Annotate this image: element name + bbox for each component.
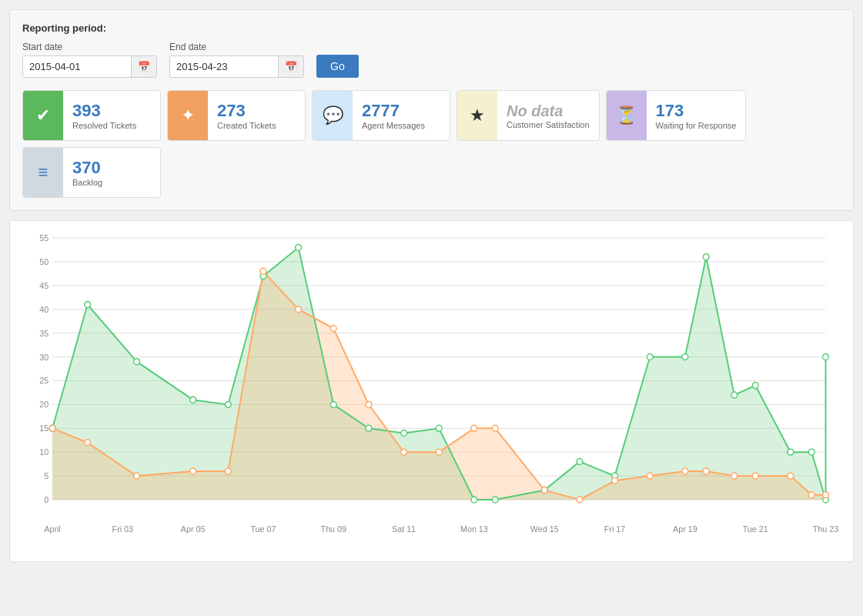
svg-point-74 <box>541 487 547 494</box>
svg-point-65 <box>225 468 231 474</box>
start-date-group: Start date 📅 <box>22 42 157 78</box>
svg-point-38 <box>134 359 140 365</box>
stat-value-backlog: 370 <box>72 158 101 178</box>
start-date-calendar-button[interactable]: 📅 <box>131 56 156 77</box>
top-panel: Reporting period: Start date 📅 End date … <box>9 9 854 211</box>
stat-card-waiting[interactable]: ⏳173Waiting for Response <box>606 90 747 141</box>
svg-text:35: 35 <box>39 329 49 338</box>
stat-icon-agent_messages: 💬 <box>313 91 353 140</box>
svg-point-53 <box>682 354 688 360</box>
svg-point-42 <box>296 244 302 250</box>
stat-icon-created: ✦ <box>168 91 208 140</box>
svg-point-79 <box>703 468 709 474</box>
svg-point-81 <box>752 473 758 479</box>
stat-label-satisfaction: Customer Satisfaction <box>507 120 590 129</box>
svg-text:30: 30 <box>39 352 49 361</box>
svg-point-43 <box>330 401 336 407</box>
stat-card-created[interactable]: ✦273Created Tickets <box>167 90 306 141</box>
svg-point-60 <box>823 354 829 360</box>
svg-text:Wed 15: Wed 15 <box>530 524 559 534</box>
svg-point-62 <box>85 440 91 446</box>
svg-point-46 <box>436 425 442 431</box>
stat-card-backlog[interactable]: ≡370Backlog <box>22 147 161 198</box>
go-button[interactable]: Go <box>316 55 359 78</box>
svg-point-77 <box>647 473 653 479</box>
svg-text:20: 20 <box>39 400 49 409</box>
stat-body-created: 273Created Tickets <box>208 95 285 136</box>
stat-body-resolved: 393Resolved Tickets <box>63 95 146 136</box>
svg-point-73 <box>492 425 498 431</box>
stat-body-waiting: 173Waiting for Response <box>647 95 746 136</box>
svg-text:5: 5 <box>44 471 49 480</box>
svg-point-72 <box>471 425 477 431</box>
svg-point-78 <box>682 468 688 474</box>
svg-point-67 <box>296 306 302 313</box>
svg-point-58 <box>808 449 814 455</box>
svg-text:40: 40 <box>39 305 49 314</box>
stat-value-created: 273 <box>217 101 246 121</box>
stat-value-agent_messages: 2777 <box>362 101 400 121</box>
svg-point-61 <box>49 425 55 431</box>
svg-point-63 <box>134 473 140 479</box>
stat-icon-satisfaction: ★ <box>457 91 497 140</box>
svg-text:Apr 19: Apr 19 <box>673 524 697 534</box>
svg-text:25: 25 <box>39 376 49 385</box>
chart-svg: 0510152025303540455055AprilFri 03Apr 05T… <box>22 230 841 538</box>
reporting-label: Reporting period: <box>22 22 841 34</box>
svg-text:Fri 03: Fri 03 <box>112 524 133 534</box>
stat-label-backlog: Backlog <box>72 178 102 187</box>
svg-text:45: 45 <box>39 281 49 290</box>
end-date-wrap: 📅 <box>169 55 304 78</box>
svg-text:0: 0 <box>44 495 49 504</box>
stat-icon-resolved: ✔ <box>23 91 63 140</box>
svg-point-82 <box>788 473 794 479</box>
svg-point-47 <box>471 497 477 503</box>
svg-point-55 <box>731 392 738 398</box>
svg-point-64 <box>190 468 196 474</box>
svg-text:50: 50 <box>39 257 49 266</box>
stat-label-agent_messages: Agent Messages <box>362 121 425 130</box>
svg-text:Sat 11: Sat 11 <box>392 524 416 534</box>
start-date-input[interactable] <box>23 56 131 77</box>
stat-body-agent_messages: 2777Agent Messages <box>353 95 434 136</box>
stat-body-satisfaction: No dataCustomer Satisfaction <box>497 95 599 136</box>
stat-icon-waiting: ⏳ <box>607 91 647 140</box>
stat-label-created: Created Tickets <box>217 121 276 130</box>
stat-value-waiting: 173 <box>656 101 684 121</box>
stat-card-satisfaction[interactable]: ★No dataCustomer Satisfaction <box>457 90 600 141</box>
stat-card-agent_messages[interactable]: 💬2777Agent Messages <box>312 90 450 141</box>
svg-point-54 <box>703 254 709 260</box>
svg-point-56 <box>752 383 758 389</box>
svg-text:Thu 09: Thu 09 <box>321 524 346 534</box>
svg-point-84 <box>823 492 829 498</box>
stat-card-resolved[interactable]: ✔393Resolved Tickets <box>22 90 161 141</box>
stat-label-resolved: Resolved Tickets <box>72 121 136 130</box>
date-row: Start date 📅 End date 📅 Go <box>22 42 841 78</box>
svg-point-66 <box>260 268 266 274</box>
start-date-wrap: 📅 <box>22 55 157 78</box>
svg-text:Thu 23: Thu 23 <box>813 524 838 534</box>
svg-point-37 <box>85 302 91 308</box>
svg-point-45 <box>401 430 407 437</box>
stat-value-resolved: 393 <box>72 101 101 121</box>
svg-text:Apr 05: Apr 05 <box>181 524 206 534</box>
end-date-label: End date <box>169 42 304 52</box>
svg-point-70 <box>401 449 407 455</box>
end-date-calendar-button[interactable]: 📅 <box>278 56 303 77</box>
svg-text:Tue 21: Tue 21 <box>743 524 768 534</box>
stat-icon-backlog: ≡ <box>23 148 63 197</box>
chart-container: 0510152025303540455055AprilFri 03Apr 05T… <box>22 230 841 538</box>
chart-area: 0510152025303540455055AprilFri 03Apr 05T… <box>9 220 854 562</box>
svg-point-48 <box>492 497 498 503</box>
svg-point-52 <box>647 354 653 360</box>
svg-text:Fri 17: Fri 17 <box>604 524 625 534</box>
stats-row: ✔393Resolved Tickets✦273Created Tickets💬… <box>22 90 841 198</box>
end-date-group: End date 📅 <box>169 42 304 78</box>
svg-point-80 <box>731 473 738 479</box>
svg-point-40 <box>225 401 231 407</box>
end-date-input[interactable] <box>170 56 278 77</box>
svg-point-57 <box>788 449 794 455</box>
svg-point-39 <box>190 397 196 403</box>
svg-point-69 <box>366 401 372 407</box>
svg-point-71 <box>436 449 442 455</box>
